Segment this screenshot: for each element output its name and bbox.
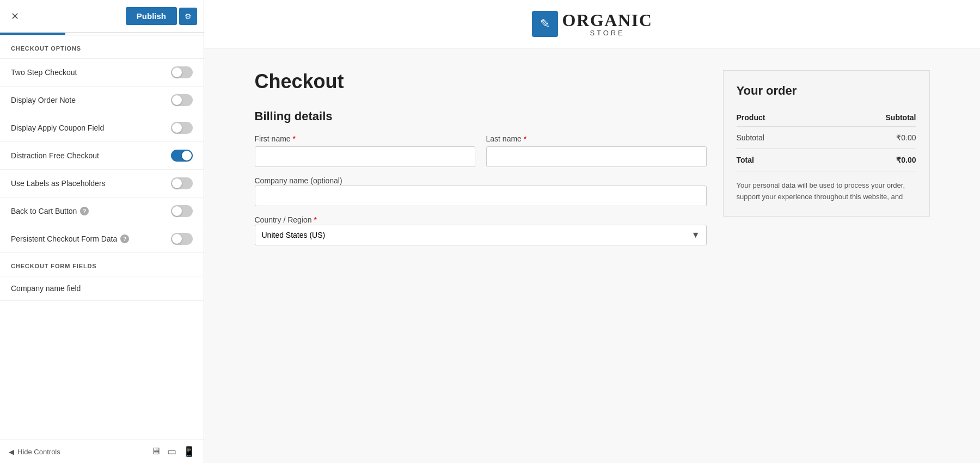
- toggle-thumb-display-order-note: [172, 95, 182, 105]
- form-fields-title: CHECKOUT FORM FIELDS: [0, 253, 204, 276]
- country-select-wrap: United States (US) ▼: [255, 225, 707, 245]
- company-name-field-row: Company name field: [0, 276, 204, 301]
- option-label-two-step: Two Step Checkout: [11, 68, 77, 77]
- toggle-persistent-form[interactable]: [171, 233, 193, 245]
- subtotal-col-header: Subtotal: [824, 109, 916, 127]
- tablet-icon[interactable]: ▭: [167, 446, 176, 458]
- first-name-required: *: [293, 134, 296, 143]
- close-button[interactable]: ✕: [7, 8, 23, 24]
- total-label: Total: [737, 149, 824, 171]
- last-name-label-text: Last name: [486, 134, 522, 143]
- checkout-main: Checkout Billing details First name * La…: [255, 70, 707, 254]
- sidebar: ✕ Publish ⚙ CHECKOUT OPTIONS Two Step Ch…: [0, 0, 204, 463]
- option-display-order-note: Display Order Note: [0, 87, 204, 114]
- toggle-thumb-back-to-cart: [172, 206, 182, 216]
- toggle-display-order-note[interactable]: [171, 94, 193, 106]
- country-label: Country / Region *: [255, 215, 317, 224]
- total-value: ₹0.00: [824, 149, 916, 171]
- company-name-field-label: Company name field: [11, 284, 81, 293]
- first-name-label-text: First name: [255, 134, 291, 143]
- toggle-track-back-to-cart: [171, 205, 193, 217]
- bottom-toolbar: ◀ Hide Controls 🖥 ▭ 📱: [0, 440, 204, 463]
- publish-button[interactable]: Publish: [126, 7, 177, 25]
- toggle-track-distraction-free: [171, 150, 193, 162]
- subtotal-value: ₹0.00: [824, 127, 916, 149]
- mobile-icon[interactable]: 📱: [183, 446, 195, 458]
- hide-controls-label: Hide Controls: [17, 448, 60, 456]
- toggle-track-persistent-form: [171, 233, 193, 245]
- last-name-input[interactable]: [486, 146, 707, 167]
- option-use-labels: Use Labels as Placeholders: [0, 170, 204, 197]
- checkout-options-title: CHECKOUT OPTIONS: [0, 35, 204, 59]
- company-name-label: Company name (optional): [255, 176, 342, 185]
- device-icons: 🖥 ▭ 📱: [151, 446, 195, 458]
- toggle-distraction-free[interactable]: [171, 150, 193, 162]
- logo-organic: ORGANIC: [562, 11, 653, 29]
- checkout-content: Checkout Billing details First name * La…: [238, 48, 946, 276]
- toggle-track-display-coupon: [171, 122, 193, 134]
- desktop-icon[interactable]: 🖥: [151, 446, 161, 458]
- sidebar-header: ✕ Publish ⚙: [0, 0, 204, 33]
- first-name-label: First name *: [255, 134, 475, 143]
- toggle-use-labels[interactable]: [171, 177, 193, 189]
- option-persistent-form: Persistent Checkout Form Data ?: [0, 225, 204, 253]
- last-name-required: *: [524, 134, 526, 143]
- logo-icon: ✎: [532, 11, 558, 37]
- order-table: Product Subtotal Subtotal ₹0.00 Total ₹0…: [737, 109, 916, 171]
- country-select[interactable]: United States (US): [255, 225, 707, 245]
- order-note: Your personal data will be used to proce…: [737, 180, 916, 203]
- toggle-thumb-distraction-free: [182, 151, 192, 160]
- last-name-label: Last name *: [486, 134, 707, 143]
- back-to-cart-help-icon[interactable]: ?: [80, 207, 89, 215]
- persistent-form-text: Persistent Checkout Form Data: [11, 234, 117, 243]
- toggle-two-step[interactable]: [171, 66, 193, 78]
- option-label-display-coupon: Display Apply Coupon Field: [11, 124, 104, 132]
- toggle-track-two-step: [171, 66, 193, 78]
- hide-controls-btn[interactable]: ◀ Hide Controls: [9, 448, 60, 456]
- last-name-group: Last name *: [486, 134, 707, 167]
- option-display-coupon: Display Apply Coupon Field: [0, 114, 204, 142]
- option-label-use-labels: Use Labels as Placeholders: [11, 179, 106, 188]
- toggle-display-coupon[interactable]: [171, 122, 193, 134]
- toggle-track-use-labels: [171, 177, 193, 189]
- toggle-back-to-cart[interactable]: [171, 205, 193, 217]
- option-back-to-cart: Back to Cart Button ?: [0, 197, 204, 225]
- option-label-back-to-cart: Back to Cart Button ?: [11, 207, 89, 215]
- first-name-group: First name *: [255, 134, 475, 167]
- publish-area: Publish ⚙: [126, 7, 197, 25]
- logo-store: STORE: [562, 29, 653, 37]
- option-label-display-order-note: Display Order Note: [11, 96, 76, 104]
- order-box: Your order Product Subtotal Subtotal ₹0.…: [723, 70, 930, 217]
- country-group: Country / Region * United States (US) ▼: [255, 215, 707, 245]
- toggle-track-display-order-note: [171, 94, 193, 106]
- logo-text: ORGANIC STORE: [562, 11, 653, 37]
- country-label-text: Country / Region: [255, 215, 312, 224]
- persistent-form-help-icon[interactable]: ?: [120, 234, 129, 243]
- sidebar-inner: CHECKOUT OPTIONS Two Step Checkout Displ…: [0, 35, 204, 440]
- settings-button[interactable]: ⚙: [179, 8, 197, 25]
- total-row: Total ₹0.00: [737, 149, 916, 171]
- option-label-persistent-form: Persistent Checkout Form Data ?: [11, 234, 129, 243]
- order-title: Your order: [737, 84, 916, 98]
- option-distraction-free: Distraction Free Checkout: [0, 142, 204, 170]
- order-sidebar: Your order Product Subtotal Subtotal ₹0.…: [723, 70, 930, 254]
- product-col-header: Product: [737, 109, 824, 127]
- country-required: *: [314, 215, 316, 224]
- option-label-distraction-free: Distraction Free Checkout: [11, 151, 99, 160]
- company-name-input[interactable]: [255, 186, 707, 206]
- toggle-thumb-two-step: [172, 67, 182, 77]
- subtotal-label: Subtotal: [737, 127, 824, 149]
- logo-area: ✎ ORGANIC STORE: [532, 11, 653, 37]
- company-name-group: Company name (optional): [255, 176, 707, 206]
- active-tab-indicator: [0, 33, 65, 35]
- first-name-input[interactable]: [255, 146, 475, 167]
- name-form-row: First name * Last name *: [255, 134, 707, 167]
- hide-controls-arrow: ◀: [9, 448, 14, 456]
- subtotal-row: Subtotal ₹0.00: [737, 127, 916, 149]
- toggle-thumb-display-coupon: [172, 123, 182, 133]
- preview-header: ✎ ORGANIC STORE: [204, 0, 980, 48]
- option-two-step: Two Step Checkout: [0, 59, 204, 87]
- billing-title: Billing details: [255, 109, 707, 124]
- main-preview: ✎ ORGANIC STORE Checkout Billing details…: [204, 0, 980, 463]
- checkout-title: Checkout: [255, 70, 707, 93]
